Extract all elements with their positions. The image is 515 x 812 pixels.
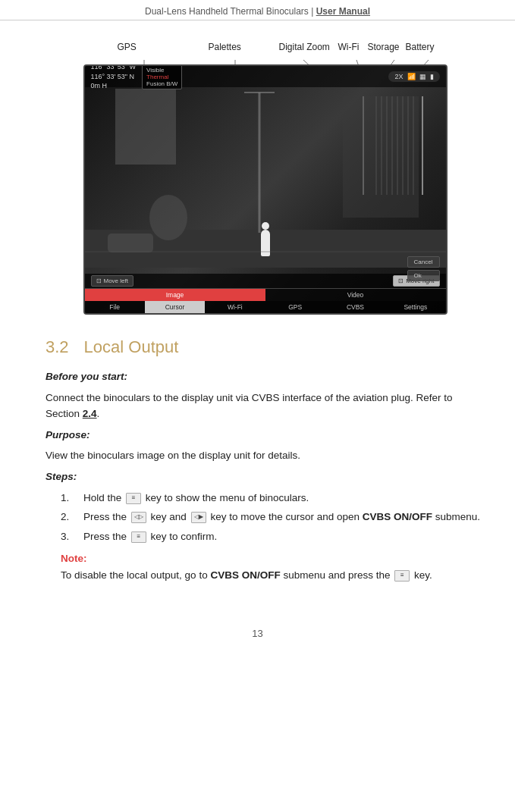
coord-line1: 116° 33' 53" W [91,64,137,72]
step-1-icon: ≡ [126,493,141,504]
battery-label: Battery [406,42,435,52]
device-diagram: GPS Palettes Digital Zoom Wi-Fi Storage … [68,28,463,315]
gps-coordinates: 116° 33' 53" W 116° 33' 53" N 0m H [91,64,137,91]
note-label-text: Note: [61,550,485,567]
step-2-after: key to move the cursor and open [210,511,362,522]
page-number: 13 [0,628,515,647]
palette-menu: Visible Thermal Fusion B/W [142,64,182,89]
note-bold: CVBS ON/OFF [210,569,280,581]
palette-thermal: Thermal [146,74,177,80]
wifi-icon: 📶 [407,73,416,80]
scene-fence [363,96,423,195]
purpose-label-text: Purpose: [46,429,90,440]
step-2: 2. Press the ◁▷ key and ◁▶ key to move t… [46,509,485,525]
gps-label: GPS [118,42,137,52]
step-2-num: 2. [61,509,76,525]
tab-image[interactable]: Image [85,288,265,301]
zoom-value: 2X [394,73,403,80]
scene-building [115,89,176,165]
step-1-num: 1. [61,490,76,506]
cancel-button[interactable]: Cancel [407,256,440,268]
step-2-end: submenu. [432,511,480,522]
palette-fusion: Fusion B/W [146,80,177,87]
header-bold: User Manual [316,6,370,17]
note-block: Note: To disable the local output, go to… [61,550,485,583]
step-2-before: Press the [83,511,127,522]
step-2-mid: key and [151,511,187,522]
device-tab-row: Image Video [85,288,446,301]
altitude: 0m H [91,81,137,91]
steps-label-text: Steps: [46,471,77,482]
step-3-content: Press the ≡ key to confirm. [83,528,217,545]
top-bar-icons: 2X 📶 ▦ ▮ [388,71,439,82]
move-right-icon: ⊡ [398,277,404,284]
step-3-after: key to confirm. [151,531,218,542]
storage-icon: ▦ [419,73,426,80]
storage-label: Storage [368,42,400,52]
menu-gps[interactable]: GPS [265,301,325,313]
step-2-content: Press the ◁▷ key and ◁▶ key to move the … [83,509,480,525]
wifi-label: Wi-Fi [338,42,360,52]
page-header: Dual-Lens Handheld Thermal Binoculars | … [0,0,515,20]
step-3-icon: ≡ [131,531,146,543]
device-image: 116° 33' 53" W 116° 33' 53" N 0m H Visib… [83,64,447,315]
before-start-ref: 2.4 [83,408,97,419]
before-start-label-text: Before you start: [46,371,127,382]
menu-cvbs[interactable]: CVBS [325,301,385,313]
device-bottom-controls: ⊡ Move left ⊡ Move right Image Video Fil… [85,274,446,313]
device-nav-row: ⊡ Move left ⊡ Move right [85,274,446,288]
menu-settings[interactable]: Settings [385,301,445,313]
menu-cursor[interactable]: Cursor [145,301,205,313]
step-3: 3. Press the ≡ key to confirm. [46,528,485,545]
note-label: Note: [61,553,87,564]
section-title: Local Output [84,337,179,357]
before-start-text: Connect the binoculars to the display un… [46,390,485,422]
menu-file[interactable]: File [85,301,145,313]
move-left-button[interactable]: ⊡ Move left [91,275,133,287]
move-left-icon: ⊡ [96,277,102,284]
note-text-after: submenu and press the [281,569,391,581]
device-right-buttons: Cancel Ok [407,256,440,281]
device-menu-row: File Cursor Wi-Fi GPS CVBS Settings [85,301,446,313]
menu-wifi[interactable]: Wi-Fi [205,301,265,313]
purpose-text: View the binoculars image on the display… [46,447,485,464]
header-text: Dual-Lens Handheld Thermal Binoculars | [145,6,316,17]
section-number: 3.2 [46,337,69,357]
step-3-before: Press the [83,531,127,542]
step-2-icon2: ◁▶ [191,512,206,523]
scene-car [108,234,153,252]
step-1-content: Hold the ≡ key to show the menu of binoc… [83,490,309,506]
scene-person [261,230,270,256]
steps-list: 1. Hold the ≡ key to show the menu of bi… [46,490,485,545]
before-start-body: Connect the binoculars to the display un… [46,392,453,420]
digital-zoom-label: Digital Zoom [279,42,330,52]
note-content: To disable the local output, go to CVBS … [61,567,485,584]
main-content: GPS Palettes Digital Zoom Wi-Fi Storage … [0,20,515,605]
step-1-after: key to show the menu of binoculars. [146,492,309,503]
ok-button[interactable]: Ok [407,270,440,281]
step-1: 1. Hold the ≡ key to show the menu of bi… [46,490,485,506]
device-top-bar: 116° 33' 53" W 116° 33' 53" N 0m H Visib… [85,66,446,87]
step-2-icon1: ◁▷ [131,512,146,523]
battery-icon: ▮ [430,73,434,80]
palette-visible: Visible [146,67,177,74]
note-text-before: To disable the local output, go to [61,569,210,581]
section-heading: 3.2 Local Output [46,337,485,357]
step-3-num: 3. [61,528,76,545]
purpose-label: Purpose: [46,427,485,444]
step-2-bold: CVBS ON/OFF [363,511,432,522]
before-start-label: Before you start: [46,368,485,385]
palettes-label: Palettes [209,42,241,52]
tab-video[interactable]: Video [265,288,446,301]
move-left-label: Move left [104,277,128,284]
coord-line2: 116° 33' 53" N [91,72,137,82]
step-1-before: Hold the [83,492,121,503]
note-end: key. [414,569,432,581]
before-start-end: . [97,408,100,419]
note-icon: ≡ [394,570,410,582]
steps-label: Steps: [46,469,485,485]
